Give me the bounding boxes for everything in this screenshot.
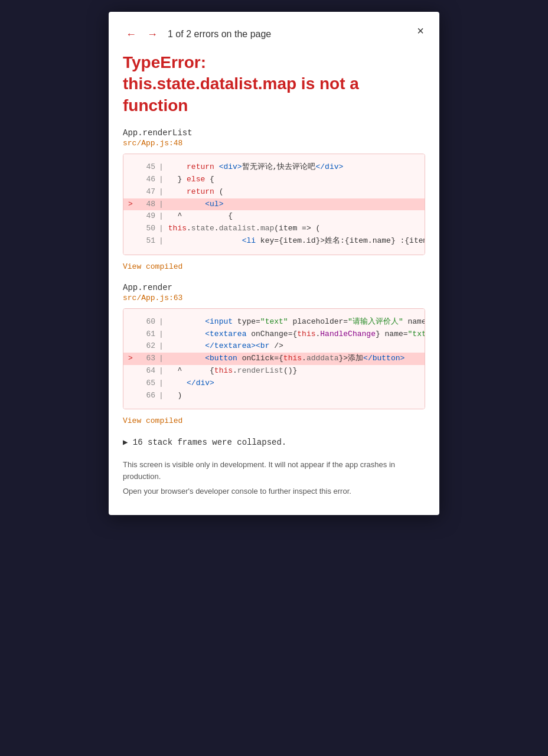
stack2-function: App.render bbox=[123, 283, 425, 292]
footer-line1: This screen is visible only in developme… bbox=[123, 459, 425, 482]
code-line-49: 49 | ^ { bbox=[128, 210, 420, 223]
code-line-65: 65 | </div> bbox=[128, 377, 420, 390]
stack1-file: src/App.js:48 bbox=[123, 139, 425, 148]
stack2-file: src/App.js:63 bbox=[123, 294, 425, 302]
view-compiled-1[interactable]: View compiled bbox=[123, 262, 425, 271]
code-line-66: 66 | ) bbox=[128, 390, 420, 402]
code-line-45: 45 | return <div>暂无评论,快去评论吧</div> bbox=[128, 161, 420, 174]
code-block-2: 60 | <input type="text" placeholder="请输入… bbox=[123, 308, 425, 410]
code-line-62: 62 | </textarea><br /> bbox=[128, 340, 420, 353]
error-counter: 1 of 2 errors on the page bbox=[168, 29, 271, 40]
error-overlay: ← → 1 of 2 errors on the page × TypeErro… bbox=[109, 12, 439, 515]
header-nav: ← → 1 of 2 errors on the page bbox=[123, 26, 425, 43]
code-line-60: 60 | <input type="text" placeholder="请输入… bbox=[128, 316, 420, 328]
code-line-51: 51 | <li key={item.id}>姓名:{item.name} :{… bbox=[128, 235, 420, 247]
close-button[interactable]: × bbox=[412, 22, 429, 39]
prev-error-button[interactable]: ← bbox=[123, 26, 139, 43]
error-title: TypeError:this.state.datalist.map is not… bbox=[123, 52, 425, 116]
code-line-63: > 63 | <button onClick={this.adddata}>添加… bbox=[123, 353, 425, 365]
code-line-48: > 48 | <ul> bbox=[123, 198, 425, 211]
code-line-50: 50 | this.state.datalist.map(item => ( bbox=[128, 223, 420, 235]
next-error-button[interactable]: → bbox=[144, 26, 161, 43]
code-line-64: 64 | ^ {this.renderList()} bbox=[128, 365, 420, 377]
code-block-1: 45 | return <div>暂无评论,快去评论吧</div> 46 | }… bbox=[123, 154, 425, 255]
footer-line2: Open your browser's developer console to… bbox=[123, 485, 425, 497]
stack1-function: App.renderList bbox=[123, 128, 425, 138]
code-line-46: 46 | } else { bbox=[128, 174, 420, 186]
code-line-47: 47 | return ( bbox=[128, 186, 420, 198]
code-line-61: 61 | <textarea onChange={this.HandleChan… bbox=[128, 328, 420, 341]
collapsed-frames: ▶ 16 stack frames were collapsed. bbox=[123, 437, 425, 447]
view-compiled-2[interactable]: View compiled bbox=[123, 416, 425, 425]
